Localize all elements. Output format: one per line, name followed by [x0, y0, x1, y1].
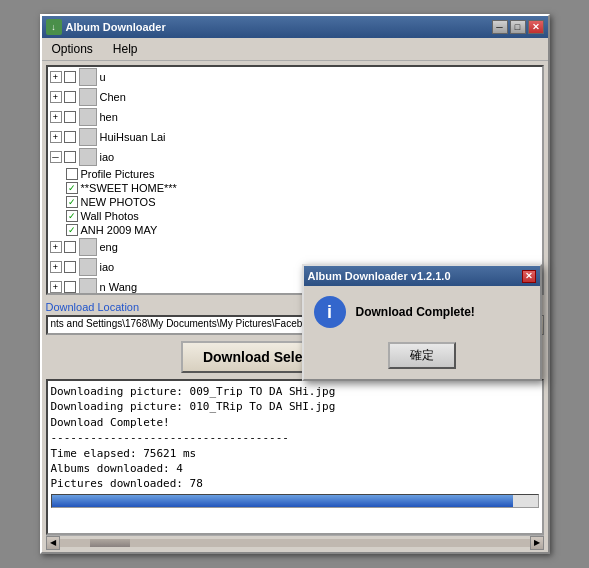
- info-icon: i: [314, 296, 346, 328]
- avatar: [79, 88, 97, 106]
- expand-icon[interactable]: +: [50, 111, 62, 123]
- expand-icon[interactable]: ─: [50, 151, 62, 163]
- scroll-track[interactable]: [60, 539, 530, 547]
- tree-label: hen: [100, 111, 118, 123]
- tree-label: iao: [100, 261, 115, 273]
- list-item[interactable]: ✓ Wall Photos: [64, 209, 542, 223]
- list-item[interactable]: + HuiHsuan Lai: [48, 127, 542, 147]
- tree-checkbox[interactable]: ✓: [66, 182, 78, 194]
- menu-options[interactable]: Options: [46, 40, 99, 58]
- minimize-button[interactable]: ─: [492, 20, 508, 34]
- tree-checkbox[interactable]: [64, 111, 76, 123]
- download-complete-dialog: Album Downloader v1.2.1.0 ✕ i Download C…: [302, 264, 542, 381]
- tree-label: iao: [100, 151, 115, 163]
- progress-bar-container: [51, 494, 539, 508]
- log-line: ------------------------------------: [51, 430, 539, 445]
- avatar: [79, 278, 97, 295]
- list-item[interactable]: ─ iao: [48, 147, 542, 167]
- list-item[interactable]: + u: [48, 67, 542, 87]
- log-line: Download Complete!: [51, 415, 539, 430]
- tree-label: NEW PHOTOS: [81, 196, 156, 208]
- list-item[interactable]: ✓ NEW PHOTOS: [64, 195, 542, 209]
- tree-checkbox[interactable]: ✓: [66, 196, 78, 208]
- tree-checkbox[interactable]: [64, 91, 76, 103]
- expand-icon[interactable]: +: [50, 91, 62, 103]
- avatar: [79, 238, 97, 256]
- list-item[interactable]: ✓ **SWEET HOME***: [64, 181, 542, 195]
- expand-icon[interactable]: +: [50, 281, 62, 293]
- avatar: [79, 258, 97, 276]
- log-line: Downloading picture: 010_TRip To DA SHI.…: [51, 399, 539, 414]
- list-item[interactable]: ✓ ANH 2009 MAY: [64, 223, 542, 237]
- expand-icon[interactable]: +: [50, 71, 62, 83]
- dialog-close-button[interactable]: ✕: [522, 270, 536, 283]
- avatar: [79, 128, 97, 146]
- tree-label: **SWEET HOME***: [81, 182, 177, 194]
- tree-label: n Wang: [100, 281, 138, 293]
- tree-checkbox[interactable]: [64, 281, 76, 293]
- tree-label: ANH 2009 MAY: [81, 224, 158, 236]
- tree-checkbox[interactable]: [64, 71, 76, 83]
- expand-icon[interactable]: +: [50, 261, 62, 273]
- log-line: Pictures downloaded: 78: [51, 476, 539, 491]
- expand-icon[interactable]: +: [50, 131, 62, 143]
- tree-label: eng: [100, 241, 118, 253]
- list-item[interactable]: + Chen: [48, 87, 542, 107]
- title-bar: ↓ Album Downloader ─ □ ✕: [42, 16, 548, 38]
- tree-label: Profile Pictures: [81, 168, 155, 180]
- dialog-footer: 確定: [304, 338, 540, 379]
- title-bar-buttons: ─ □ ✕: [492, 20, 544, 34]
- tree-label: u: [100, 71, 106, 83]
- menu-bar: Options Help: [42, 38, 548, 61]
- scroll-right-button[interactable]: ▶: [530, 536, 544, 550]
- close-button[interactable]: ✕: [528, 20, 544, 34]
- dialog-title: Album Downloader v1.2.1.0: [308, 270, 451, 282]
- title-bar-left: ↓ Album Downloader: [46, 19, 166, 35]
- avatar: [79, 68, 97, 86]
- maximize-button[interactable]: □: [510, 20, 526, 34]
- tree-label: Chen: [100, 91, 126, 103]
- scroll-left-button[interactable]: ◀: [46, 536, 60, 550]
- log-line: Downloading picture: 009_Trip TO DA SHi.…: [51, 384, 539, 399]
- log-panel[interactable]: Downloading picture: 009_Trip TO DA SHi.…: [46, 379, 544, 535]
- app-icon: ↓: [46, 19, 62, 35]
- list-item[interactable]: + eng: [48, 237, 542, 257]
- expand-icon[interactable]: +: [50, 241, 62, 253]
- album-tree[interactable]: + u + Chen + hen +: [46, 65, 544, 295]
- dialog-message: Download Complete!: [356, 305, 475, 319]
- tree-checkbox[interactable]: [64, 131, 76, 143]
- tree-checkbox[interactable]: [64, 261, 76, 273]
- menu-help[interactable]: Help: [107, 40, 144, 58]
- tree-checkbox[interactable]: [66, 168, 78, 180]
- dialog-ok-button[interactable]: 確定: [388, 342, 456, 369]
- list-item[interactable]: Profile Pictures: [64, 167, 542, 181]
- tree-label: Wall Photos: [81, 210, 139, 222]
- log-line: Albums downloaded: 4: [51, 461, 539, 476]
- log-line: Time elapsed: 75621 ms: [51, 446, 539, 461]
- list-item[interactable]: + hen: [48, 107, 542, 127]
- avatar: [79, 108, 97, 126]
- tree-label: HuiHsuan Lai: [100, 131, 166, 143]
- main-window: ↓ Album Downloader ─ □ ✕ Options Help + …: [40, 14, 550, 554]
- tree-checkbox[interactable]: [64, 151, 76, 163]
- tree-checkbox[interactable]: [64, 241, 76, 253]
- progress-bar-fill: [52, 495, 514, 507]
- window-title: Album Downloader: [66, 21, 166, 33]
- scroll-thumb[interactable]: [90, 539, 130, 547]
- tree-checkbox[interactable]: ✓: [66, 224, 78, 236]
- horizontal-scrollbar[interactable]: ◀ ▶: [46, 535, 544, 549]
- avatar: [79, 148, 97, 166]
- tree-checkbox[interactable]: ✓: [66, 210, 78, 222]
- dialog-title-bar: Album Downloader v1.2.1.0 ✕: [304, 266, 540, 286]
- dialog-content: i Download Complete!: [304, 286, 540, 338]
